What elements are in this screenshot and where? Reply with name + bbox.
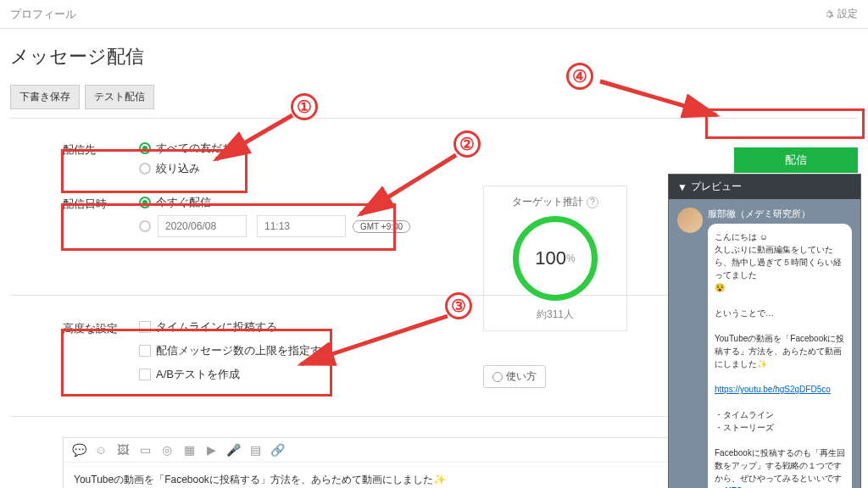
grid-icon[interactable]: ▦ <box>182 443 196 457</box>
checkbox-ab-label: A/Bテストを作成 <box>156 367 240 382</box>
coupon-icon[interactable]: ◎ <box>160 443 174 457</box>
page-title: メッセージ配信 <box>10 44 858 69</box>
card-icon[interactable]: ▭ <box>138 443 152 457</box>
dest-label: 配信先 <box>63 141 139 181</box>
survey-icon[interactable]: ▤ <box>248 443 262 457</box>
howto-button[interactable]: 使い方 <box>483 365 546 388</box>
checkbox-timeline[interactable] <box>139 321 151 333</box>
video-icon[interactable]: ▶ <box>204 443 218 457</box>
breadcrumb[interactable]: プロフィール <box>10 7 76 22</box>
image-icon[interactable]: 🖼 <box>116 443 130 457</box>
target-estimate-box: ターゲット推計 ? 100% 約311人 <box>483 186 627 331</box>
annotation-number-3: ③ <box>445 292 472 319</box>
radio-send-now[interactable] <box>139 197 151 208</box>
annotation-number-1: ① <box>291 93 318 120</box>
preview-header[interactable]: ▼ プレビュー <box>669 175 860 199</box>
settings-link[interactable]: 設定 <box>824 7 858 21</box>
timezone-badge: GMT +9:00 <box>353 220 410 233</box>
target-percent: 100 <box>535 247 566 269</box>
checkbox-ab[interactable] <box>139 369 151 380</box>
gear-icon <box>824 9 834 19</box>
emoji-icon[interactable]: ☺ <box>94 443 108 457</box>
advanced-label: 高度な設定 <box>63 319 139 382</box>
save-draft-button[interactable]: 下書き保存 <box>10 85 80 109</box>
radio-all-label: すべての友だち <box>156 141 233 156</box>
checkbox-limit-label: 配信メッセージ数の上限を指定する <box>156 343 332 358</box>
checkbox-timeline-label: タイムラインに投稿する <box>156 319 277 335</box>
preview-link[interactable]: https://youtu.be/hgS2gDFD5co <box>715 385 831 394</box>
preview-panel: ▼ プレビュー 服部徹（メデミ研究所） こんにちは ☺ 久しぶりに動画編集をして… <box>668 174 861 488</box>
link-icon[interactable]: 🔗 <box>270 443 284 457</box>
help-icon[interactable]: ? <box>587 197 598 208</box>
test-send-button[interactable]: テスト配信 <box>85 85 154 109</box>
radio-filter[interactable] <box>139 163 151 175</box>
radio-all-friends[interactable] <box>139 142 151 154</box>
time-input[interactable] <box>257 215 346 237</box>
annotation-number-2: ② <box>453 130 481 158</box>
chat-icon[interactable]: 💬 <box>72 443 86 457</box>
radio-schedule[interactable] <box>139 220 151 232</box>
sender-name: 服部徹（メデミ研究所） <box>677 208 852 220</box>
date-input[interactable] <box>158 215 247 237</box>
message-bubble: こんにちは ☺ 久しぶりに動画編集をしていたら、熱中し過ぎて５時間くらい経ってま… <box>708 224 852 488</box>
target-title: ターゲット推計 <box>512 195 583 209</box>
send-button[interactable]: 配信 <box>734 147 858 173</box>
radio-filter-label: 絞り込み <box>156 161 200 176</box>
annotation-number-4: ④ <box>566 63 593 90</box>
chevron-down-icon: ▼ <box>677 181 687 193</box>
target-donut: 100% <box>513 216 598 301</box>
checkbox-limit[interactable] <box>139 345 151 357</box>
target-count: 約311人 <box>492 308 618 322</box>
avatar <box>677 208 703 233</box>
radio-now-label: 今すぐ配信 <box>156 195 211 210</box>
clock-icon <box>492 372 503 382</box>
datetime-label: 配信日時 <box>63 195 139 237</box>
mic-icon[interactable]: 🎤 <box>226 443 240 457</box>
